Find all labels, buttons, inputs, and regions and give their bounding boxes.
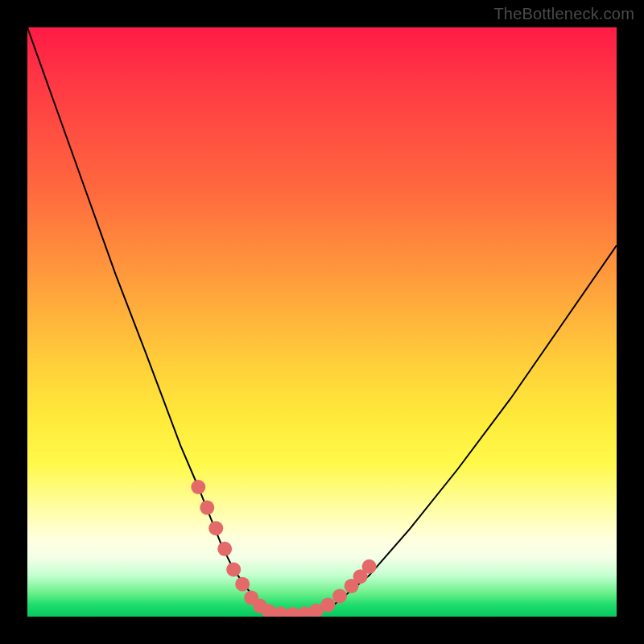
- bottleneck-curve-path: [27, 27, 617, 615]
- outer-frame: TheBottleneck.com: [0, 0, 644, 644]
- curve-markers: [191, 480, 376, 617]
- marker-dot: [362, 559, 377, 574]
- marker-dot: [191, 480, 205, 494]
- watermark-text: TheBottleneck.com: [493, 5, 634, 23]
- marker-dot: [320, 597, 335, 612]
- marker-dot: [200, 501, 214, 515]
- marker-dot: [217, 542, 232, 556]
- marker-dot: [226, 562, 241, 576]
- bottleneck-curve: [27, 27, 617, 615]
- chart-svg: [27, 27, 617, 617]
- plot-area: [27, 27, 617, 617]
- marker-dot: [208, 521, 223, 535]
- marker-dot: [332, 588, 347, 603]
- marker-dot: [235, 577, 250, 592]
